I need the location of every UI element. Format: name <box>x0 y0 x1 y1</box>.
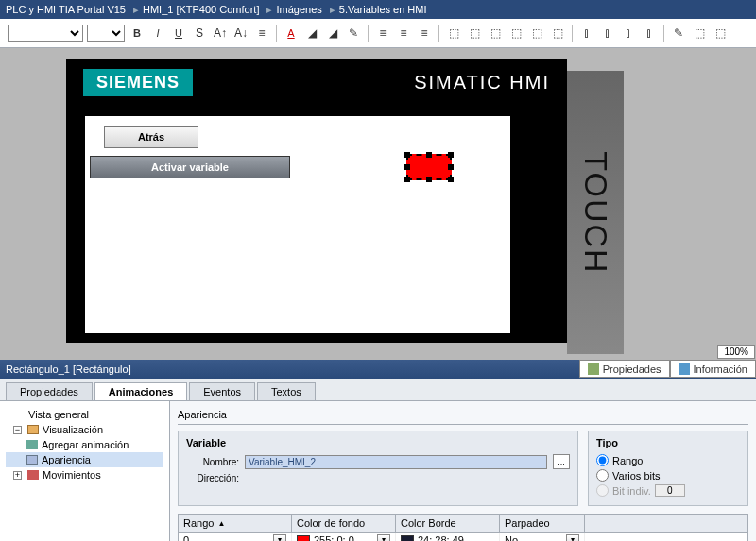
selected-rectangle[interactable] <box>406 154 452 180</box>
dropdown-icon[interactable]: ▾ <box>273 534 286 541</box>
align-left-button[interactable]: ≡ <box>374 25 391 42</box>
detail-panel: Apariencia Variable Nombre: ... Direcció… <box>170 401 756 541</box>
radio-bit-indiv[interactable]: Bit indiv. <box>596 484 740 497</box>
movements-icon <box>27 470 39 480</box>
align-center-button[interactable]: ≡ <box>395 25 412 42</box>
tab-eventos[interactable]: Eventos <box>189 382 255 400</box>
tipo-group: Tipo Rango Varios bits Bit indiv. <box>588 431 748 506</box>
variable-group: Variable Nombre: ... Dirección: <box>178 431 578 506</box>
page-icon <box>26 455 38 465</box>
format-toolbar: B I U S A↑ A↓ ≡ A ◢ ◢ ✎ ≡ ≡ ≡ ⬚ ⬚ ⬚ ⬚ ⬚ … <box>0 19 756 48</box>
tab-textos[interactable]: Textos <box>257 382 316 400</box>
siemens-logo: SIEMENS <box>83 69 193 96</box>
zoom-level[interactable]: 100% <box>717 345 755 359</box>
bit-index-input[interactable] <box>655 484 685 497</box>
tree-visualization[interactable]: −Visualización <box>6 422 163 437</box>
line-color-button[interactable]: ◢ <box>324 25 341 42</box>
property-tabs: Propiedades Animaciones Eventos Textos <box>0 379 756 401</box>
sort-icon: ▲ <box>217 519 225 528</box>
simatic-title: SIMATIC HMI <box>414 72 550 93</box>
col-rango[interactable]: Rango ▲ <box>179 515 292 532</box>
info-icon <box>679 363 690 375</box>
highlight-button[interactable]: ≡ <box>253 25 270 42</box>
bold-button[interactable]: B <box>129 25 146 42</box>
arrange-button[interactable]: ⬚ <box>528 25 545 42</box>
strike-button[interactable]: S <box>191 25 208 42</box>
tab-properties[interactable]: Propiedades <box>579 360 670 378</box>
font-size-select[interactable] <box>87 25 125 42</box>
dropdown-icon[interactable]: ▾ <box>377 534 390 541</box>
breadcrumb-item[interactable]: 5.Variables en HMI <box>339 4 427 15</box>
touch-bezel: TOUCH <box>567 71 624 354</box>
name-label: Nombre: <box>186 457 239 467</box>
font-color-button[interactable]: A <box>283 25 300 42</box>
browse-variable-button[interactable]: ... <box>553 454 570 469</box>
grid-row[interactable]: 0▾ 255; 0; 0▾ 24; 28; 49 No▾ <box>179 533 747 541</box>
align-right-button[interactable]: ≡ <box>416 25 433 42</box>
breadcrumb-bar: PLC y HMI TIA Portal V15▸ HMI_1 [KTP400 … <box>0 0 756 19</box>
arrange-button[interactable]: ⬚ <box>549 25 566 42</box>
breadcrumb-item[interactable]: Imágenes <box>276 4 321 15</box>
variable-name-input[interactable] <box>245 455 547 469</box>
tool-button[interactable]: ⬚ <box>712 25 729 42</box>
distribute-button[interactable]: ⫿ <box>599 25 616 42</box>
color-swatch[interactable] <box>297 535 310 542</box>
arrange-button[interactable]: ⬚ <box>445 25 462 42</box>
address-label: Dirección: <box>186 473 239 483</box>
property-header: Rectángulo_1 [Rectángulo] Propiedades In… <box>0 360 756 379</box>
col-parpadeo[interactable]: Parpadeo <box>500 515 585 532</box>
tree-appearance[interactable]: Apariencia <box>6 452 163 467</box>
distribute-button[interactable]: ⫿ <box>620 25 637 42</box>
tree-add-animation[interactable]: Agregar animación <box>6 437 163 452</box>
arrange-button[interactable]: ⬚ <box>487 25 504 42</box>
tool-button[interactable]: ⬚ <box>691 25 708 42</box>
tree-movements[interactable]: +Movimientos <box>6 467 163 482</box>
folder-icon <box>27 425 39 434</box>
breadcrumb-item[interactable]: PLC y HMI TIA Portal V15 <box>6 4 126 15</box>
fill-color-button[interactable]: ◢ <box>303 25 320 42</box>
hmi-screen-area[interactable]: Atrás Activar variable <box>85 116 510 333</box>
distribute-button[interactable]: ⫿ <box>641 25 658 42</box>
font-family-select[interactable] <box>8 25 83 42</box>
color-swatch[interactable] <box>401 535 414 542</box>
col-borde[interactable]: Color Borde <box>396 515 500 532</box>
detail-title: Apariencia <box>178 405 748 425</box>
radio-varios-bits[interactable]: Varios bits <box>596 469 740 482</box>
animation-tree: Vista general −Visualización Agregar ani… <box>0 401 170 541</box>
italic-button[interactable]: I <box>149 25 166 42</box>
tab-propiedades[interactable]: Propiedades <box>6 382 93 400</box>
add-icon <box>26 440 38 449</box>
hmi-canvas[interactable]: SIEMENS SIMATIC HMI Atrás Activar variab… <box>0 48 756 360</box>
appearance-grid: Rango ▲ Color de fondo Color Borde Parpa… <box>178 514 748 541</box>
arrange-button[interactable]: ⬚ <box>466 25 483 42</box>
underline-button[interactable]: U <box>170 25 187 42</box>
tree-overview[interactable]: Vista general <box>6 407 163 422</box>
tab-info[interactable]: Información <box>670 360 756 378</box>
selected-object-name: Rectángulo_1 [Rectángulo] <box>6 363 131 375</box>
properties-icon <box>588 363 599 375</box>
tool-button[interactable]: ✎ <box>670 25 687 42</box>
arrange-button[interactable]: ⬚ <box>507 25 524 42</box>
hmi-back-button[interactable]: Atrás <box>104 126 198 148</box>
hmi-device-frame: SIEMENS SIMATIC HMI Atrás Activar variab… <box>66 59 567 343</box>
tab-animaciones[interactable]: Animaciones <box>94 382 187 400</box>
pen-button[interactable]: ✎ <box>345 25 362 42</box>
col-fondo[interactable]: Color de fondo <box>292 515 396 532</box>
dropdown-icon[interactable]: ▾ <box>566 534 579 541</box>
hmi-activate-button[interactable]: Activar variable <box>90 156 290 178</box>
distribute-button[interactable]: ⫿ <box>578 25 595 42</box>
font-shrink-button[interactable]: A↓ <box>232 25 249 42</box>
breadcrumb-item[interactable]: HMI_1 [KTP400 Comfort] <box>143 4 260 15</box>
radio-rango[interactable]: Rango <box>596 454 740 466</box>
font-grow-button[interactable]: A↑ <box>212 25 229 42</box>
